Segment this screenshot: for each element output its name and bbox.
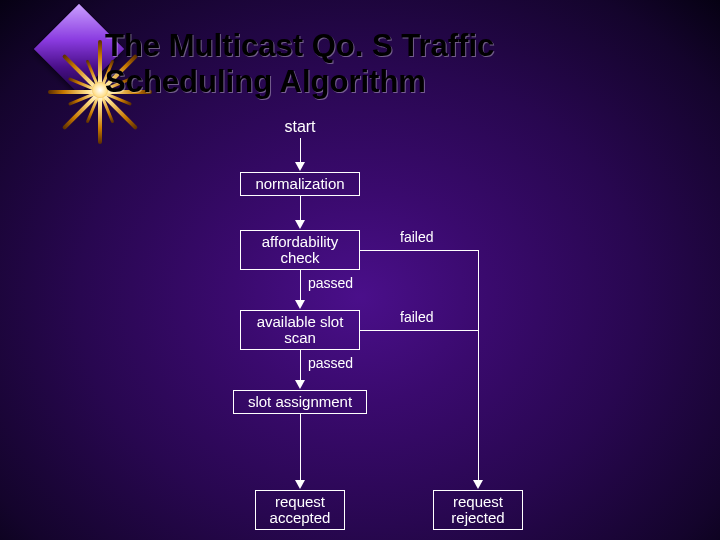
arrowhead-icon — [295, 300, 305, 309]
node-request-accepted: request accepted — [255, 490, 345, 530]
edge — [300, 196, 301, 220]
node-start: start — [284, 118, 315, 136]
label-aff-failed: failed — [400, 229, 433, 245]
node-request-rejected: request rejected — [433, 490, 523, 530]
arrowhead-icon — [295, 480, 305, 489]
edge-aff-passed — [300, 270, 301, 300]
edge-aff-failed — [360, 250, 478, 251]
edge — [478, 250, 479, 480]
label-scan-passed: passed — [308, 355, 353, 371]
edge — [300, 138, 301, 162]
label-scan-failed: failed — [400, 309, 433, 325]
label-aff-passed: passed — [308, 275, 353, 291]
arrowhead-icon — [295, 220, 305, 229]
flowchart: start normalization affordability check … — [0, 0, 720, 540]
node-normalization: normalization — [240, 172, 360, 196]
node-affordability: affordability check — [240, 230, 360, 270]
edge — [300, 414, 301, 480]
arrowhead-icon — [473, 480, 483, 489]
edge-scan-failed — [360, 330, 478, 331]
arrowhead-icon — [295, 380, 305, 389]
edge-scan-passed — [300, 350, 301, 380]
node-slot-assignment: slot assignment — [233, 390, 367, 414]
node-slot-scan: available slot scan — [240, 310, 360, 350]
arrowhead-icon — [295, 162, 305, 171]
